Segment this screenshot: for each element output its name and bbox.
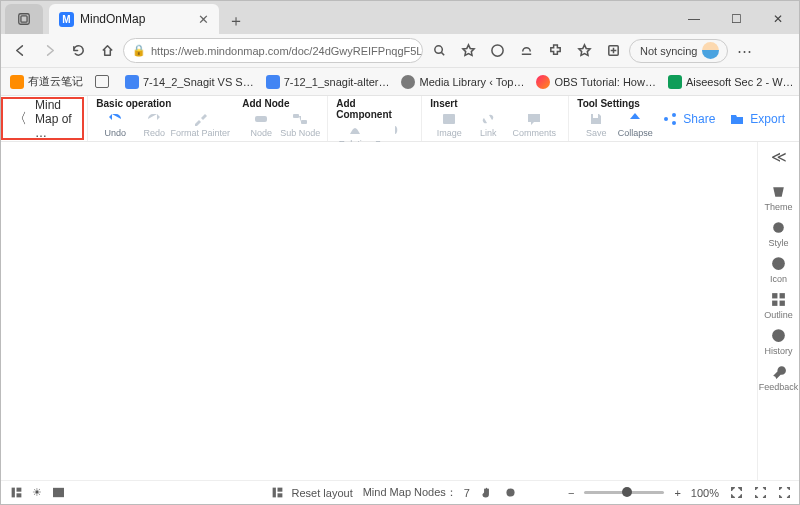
bookmark-label: OBS Tutorial: How… xyxy=(554,76,655,88)
share-button[interactable]: Share xyxy=(662,111,715,127)
browser-titlebar: M MindOnMap ✕ ＋ — ☐ ✕ xyxy=(1,1,799,34)
nav-forward-button[interactable] xyxy=(36,38,62,64)
rpanel-outline-button[interactable]: Outline xyxy=(759,291,799,320)
window-close-button[interactable]: ✕ xyxy=(757,4,799,34)
comments-button[interactable]: Comments xyxy=(508,110,560,138)
rpanel-icon-button[interactable]: Icon xyxy=(759,255,799,284)
nav-back-button[interactable] xyxy=(7,38,33,64)
toolbar-button-label: Save xyxy=(586,128,607,138)
new-tab-button[interactable]: ＋ xyxy=(223,8,249,34)
browser-tab-active[interactable]: M MindOnMap ✕ xyxy=(49,4,219,34)
rpanel-feedback-button[interactable]: Feedback xyxy=(759,363,799,392)
bookmark-item[interactable] xyxy=(92,73,116,90)
target-icon[interactable] xyxy=(504,486,518,500)
favorite-icon[interactable] xyxy=(455,38,481,64)
bookmark-item[interactable]: 有道云笔记 xyxy=(7,72,86,91)
bookmark-label: Media Library ‹ Top… xyxy=(419,76,524,88)
node-count-label: Mind Map Nodes： xyxy=(363,485,457,500)
rpanel-label: Style xyxy=(768,238,788,248)
fit-screen-icon[interactable] xyxy=(729,486,743,500)
zoom-in-button[interactable]: + xyxy=(674,487,680,499)
toolbar-button-label: Node xyxy=(251,128,273,138)
profile-sync-button[interactable]: Not syncing xyxy=(629,39,728,63)
relation-icon xyxy=(347,121,363,139)
bookmark-item[interactable]: 7-12_1_snagit-alter… xyxy=(263,73,393,91)
icon-icon xyxy=(770,255,787,272)
sub-node-button[interactable]: Sub Node xyxy=(281,110,319,138)
url-field[interactable]: 🔒 https://web.mindonmap.com/doc/24dGwyRE… xyxy=(123,38,423,63)
toolbar-button-label: Link xyxy=(480,128,497,138)
view-layout-icon[interactable] xyxy=(9,486,23,500)
image-icon xyxy=(441,110,457,128)
export-button[interactable]: Export xyxy=(729,111,785,127)
browser-address-bar: 🔒 https://web.mindonmap.com/doc/24dGwyRE… xyxy=(1,34,799,68)
toolbar-group: Basic operationUndoRedoFormat Painter xyxy=(87,96,234,141)
more-menu-button[interactable]: ⋯ xyxy=(731,38,757,64)
undo-button[interactable]: Undo xyxy=(96,110,134,138)
toolbar-group: InsertImageLinkComments xyxy=(421,96,568,141)
ext2-icon[interactable] xyxy=(513,38,539,64)
node-icon xyxy=(253,110,269,128)
favorites-icon[interactable] xyxy=(571,38,597,64)
toolbar-group: Add NodeNodeSub Node xyxy=(234,96,327,141)
reset-layout-button[interactable]: Reset layout xyxy=(271,486,353,500)
expand-icon[interactable] xyxy=(777,486,791,500)
rpanel-label: History xyxy=(764,346,792,356)
back-to-docs-button[interactable]: 〈 Mind Map of … xyxy=(1,97,84,140)
bookmark-icon xyxy=(10,75,24,89)
nav-refresh-button[interactable] xyxy=(65,38,91,64)
ext1-icon[interactable] xyxy=(484,38,510,64)
mindmap-canvas[interactable] xyxy=(1,142,757,480)
collections-icon[interactable] xyxy=(600,38,626,64)
undo-icon xyxy=(107,110,123,128)
toolbar-button-label: Comments xyxy=(513,128,557,138)
svg-rect-26 xyxy=(21,16,27,22)
toolbar-button-label: Sub Node xyxy=(280,128,320,138)
image-button[interactable]: Image xyxy=(430,110,468,138)
bookmark-item[interactable]: Aiseesoft Sec 2 - W… xyxy=(665,73,797,91)
format-painter-button[interactable]: Format Painter xyxy=(174,110,226,138)
zoom-out-button[interactable]: − xyxy=(568,487,574,499)
toolbar-button-label: Image xyxy=(437,128,462,138)
extensions-icon[interactable] xyxy=(542,38,568,64)
rpanel-history-button[interactable]: History xyxy=(759,327,799,356)
svg-point-27 xyxy=(434,46,442,54)
tab-favicon: M xyxy=(59,12,74,27)
nav-home-button[interactable] xyxy=(94,38,120,64)
panel-collapse-button[interactable]: ≪ xyxy=(771,148,787,166)
tab-overview-button[interactable] xyxy=(5,4,43,34)
redo-button[interactable]: Redo xyxy=(135,110,173,138)
node-count: Mind Map Nodes： 7 xyxy=(363,485,470,500)
tab-close-button[interactable]: ✕ xyxy=(198,12,209,27)
export-label: Export xyxy=(750,112,785,126)
toolbar-group-header: Add Node xyxy=(242,98,319,110)
rpanel-label: Feedback xyxy=(759,382,799,392)
bookmark-label: Aiseesoft Sec 2 - W… xyxy=(686,76,794,88)
window-maximize-button[interactable]: ☐ xyxy=(715,4,757,34)
collapse-button[interactable]: Collapse xyxy=(616,110,654,138)
toolbar-group: Add ComponentRelationSummary xyxy=(327,96,421,141)
rpanel-style-button[interactable]: Style xyxy=(759,219,799,248)
save-button[interactable]: Save xyxy=(577,110,615,138)
bookmark-icon xyxy=(95,75,109,88)
view-window-icon[interactable] xyxy=(51,486,65,500)
link-button[interactable]: Link xyxy=(469,110,507,138)
feedback-icon xyxy=(770,363,787,380)
node-button[interactable]: Node xyxy=(242,110,280,138)
collapse-icon xyxy=(627,110,643,128)
toolbar-button-label: Undo xyxy=(105,128,127,138)
workspace: ≪ ThemeStyleIconOutlineHistoryFeedback xyxy=(1,142,799,480)
summary-icon xyxy=(386,121,402,139)
bookmark-item[interactable]: Media Library ‹ Top… xyxy=(398,73,527,91)
window-minimize-button[interactable]: — xyxy=(673,4,715,34)
rpanel-theme-button[interactable]: Theme xyxy=(759,183,799,212)
bookmark-item[interactable]: 7-14_2_Snagit VS S… xyxy=(122,73,257,91)
hand-tool-icon[interactable] xyxy=(480,486,494,500)
sync-label: Not syncing xyxy=(640,45,697,57)
view-sun-icon[interactable]: ☀ xyxy=(30,486,44,500)
fullscreen-icon[interactable] xyxy=(753,486,767,500)
bookmark-item[interactable]: OBS Tutorial: How… xyxy=(533,73,658,91)
zoom-slider[interactable] xyxy=(584,491,664,494)
zoom-icon[interactable] xyxy=(426,38,452,64)
bookmark-icon xyxy=(668,75,682,89)
